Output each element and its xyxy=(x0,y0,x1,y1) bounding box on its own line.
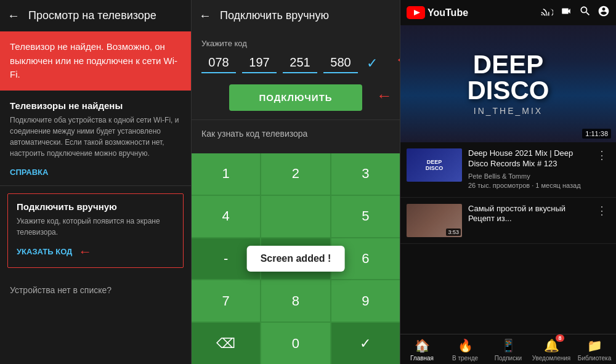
section-title: Телевизоры не найдены xyxy=(0,91,191,115)
key-5[interactable]: 5 xyxy=(331,196,400,237)
enter-code-link[interactable]: УКАЗАТЬ КОД xyxy=(17,247,72,256)
code-segment-1[interactable] xyxy=(201,53,236,73)
hero-line2: DISCO xyxy=(467,78,549,103)
not-in-list-text: Устройства нет в списке? xyxy=(0,275,191,305)
connect-btn-row: ПОДКЛЮЧИТЬ ← xyxy=(192,73,400,117)
nav-subscriptions-label: Подписки xyxy=(495,355,522,362)
nav-trending-label: В тренде xyxy=(452,355,478,362)
thumb-label-1: DEEPDISCO xyxy=(426,159,444,171)
arrow-to-code: ← xyxy=(395,50,400,69)
cast-icon[interactable] xyxy=(540,6,553,20)
code-segment-3[interactable] xyxy=(283,53,317,73)
video-item-2[interactable]: 3:53 Самый простой и вкусный Рецепт из..… xyxy=(400,198,616,244)
nav-subscriptions[interactable]: 📱 Подписки xyxy=(487,338,530,362)
screen-added-toast: Screen added ! xyxy=(247,246,345,272)
channel-name-1: Pete Bellis & Tommy xyxy=(468,172,530,180)
profile-icon[interactable] xyxy=(598,5,610,20)
hero-line1: DEEP xyxy=(467,52,549,78)
yt-hero[interactable]: DEEP DISCO IN_THE_MIX 1:11:38 xyxy=(400,25,616,142)
notifications-icon: 🔔 8 xyxy=(544,338,559,353)
divider xyxy=(0,185,191,186)
error-text: Телевизор не найден. Возможно, он выключ… xyxy=(10,41,177,79)
toast-placeholder xyxy=(261,196,330,237)
code-row: ✓ xyxy=(192,53,400,73)
key-confirm[interactable]: ✓ xyxy=(331,323,400,364)
video-time-1: 1 месяц назад xyxy=(535,182,580,189)
youtube-logo-icon xyxy=(407,6,425,19)
home-icon: 🏠 xyxy=(415,338,430,353)
nav-trending[interactable]: 🔥 В тренде xyxy=(444,338,487,362)
video-info-2: Самый простой и вкусный Рецепт из... xyxy=(468,204,588,227)
connect-button[interactable]: ПОДКЛЮЧИТЬ xyxy=(229,84,362,111)
yt-header: YouTube ↗ xyxy=(400,0,616,25)
panel2-title: Подключить вручную xyxy=(220,9,329,22)
nav-home[interactable]: 🏠 Главная xyxy=(400,338,444,362)
back-button[interactable]: ← xyxy=(7,9,20,23)
key-3[interactable]: 3 xyxy=(331,153,400,195)
nav-library-label: Библиотека xyxy=(578,355,611,362)
video-thumb-1: DEEPDISCO xyxy=(407,148,462,182)
help-link[interactable]: СПРАВКА xyxy=(0,165,191,185)
code-segment-2[interactable] xyxy=(242,53,277,73)
panel2-header: ← Подключить вручную xyxy=(192,0,400,31)
arrow-to-connect: ← xyxy=(376,86,392,105)
key-2[interactable]: 2 xyxy=(261,153,330,195)
key-7[interactable]: 7 xyxy=(192,280,260,322)
video-thumb-duration-2: 3:53 xyxy=(446,229,461,236)
how-to-find-code[interactable]: Как узнать код телевизора xyxy=(192,119,400,147)
error-box: Телевизор не найден. Возможно, он выключ… xyxy=(0,31,191,91)
nav-home-label: Главная xyxy=(410,355,434,362)
video-item-1[interactable]: DEEPDISCO Deep House 2021 Mix | Deep Dis… xyxy=(400,142,616,198)
key-1[interactable]: 1 xyxy=(192,153,260,195)
video-thumb-2: 3:53 xyxy=(407,204,462,237)
video-info-1: Deep House 2021 Mix | Deep Disco Records… xyxy=(468,148,588,191)
video-views-1: 26 тыс. просмотров xyxy=(468,182,530,189)
manual-connect-box: Подключить вручную Укажите код, который … xyxy=(7,193,184,268)
video-meta-1: Pete Bellis & Tommy 26 тыс. просмотров ·… xyxy=(468,172,588,191)
video-title-2: Самый простой и вкусный Рецепт из... xyxy=(468,204,588,225)
yt-logo-text: YouTube xyxy=(428,7,468,18)
key-4[interactable]: 4 xyxy=(192,196,260,237)
hero-line3: IN_THE_MIX xyxy=(467,106,549,116)
panel1-header: ← Просмотр на телевизоре xyxy=(0,0,191,31)
key-8[interactable]: 8 xyxy=(261,280,330,322)
notification-badge: 8 xyxy=(556,334,564,342)
video-title-1: Deep House 2021 Mix | Deep Disco Records… xyxy=(468,148,588,169)
section-body: Подключите оба устройства к одной сети W… xyxy=(0,115,191,165)
hero-overlay: DEEP DISCO IN_THE_MIX xyxy=(467,52,549,116)
panel-manual-connect: ← Подключить вручную Укажите код ← ✓ ПОД… xyxy=(191,0,400,364)
code-label: Укажите код xyxy=(192,31,400,53)
yt-bottom-nav: 🏠 Главная 🔥 В тренде 📱 Подписки 🔔 8 Увед… xyxy=(400,334,616,364)
video-menu-button-1[interactable]: ⋮ xyxy=(594,148,610,162)
arrow-row: УКАЗАТЬ КОД ← xyxy=(17,244,174,260)
key-backspace[interactable]: ⌫ xyxy=(192,323,260,364)
manual-connect-desc: Укажите код, который появится на экране … xyxy=(17,216,174,238)
panel1-title: Просмотр на телевизоре xyxy=(28,9,156,22)
camera-icon[interactable] xyxy=(559,6,573,20)
panel2-back-button[interactable]: ← xyxy=(199,9,211,23)
trending-icon: 🔥 xyxy=(458,338,473,353)
video-menu-button-2[interactable]: ⋮ xyxy=(594,204,610,217)
subscriptions-icon: 📱 xyxy=(501,338,516,353)
manual-connect-title: Подключить вручную xyxy=(17,201,174,212)
left-arrow-icon: ← xyxy=(78,244,92,260)
nav-notifications-label: Уведомления xyxy=(532,355,571,362)
panel-tv-viewer: ← Просмотр на телевизоре Телевизор не на… xyxy=(0,0,191,364)
nav-notifications[interactable]: 🔔 8 Уведомления xyxy=(530,338,573,362)
yt-header-icons: ↗ xyxy=(540,5,610,20)
numpad: 1 2 3 4 5 - 6 7 8 9 ⌫ 0 ✓ Screen added ! xyxy=(192,153,400,364)
key-0[interactable]: 0 xyxy=(261,323,330,364)
nav-library[interactable]: 📁 Библиотека xyxy=(573,338,616,362)
library-icon: 📁 xyxy=(587,338,602,353)
code-segment-4[interactable] xyxy=(323,53,358,73)
panel-youtube: YouTube ↗ xyxy=(400,0,616,364)
hero-duration: 1:11:38 xyxy=(582,129,611,139)
check-icon: ✓ xyxy=(367,55,378,71)
key-9[interactable]: 9 xyxy=(331,280,400,322)
yt-logo: YouTube xyxy=(407,6,468,19)
search-icon[interactable] xyxy=(579,5,591,20)
